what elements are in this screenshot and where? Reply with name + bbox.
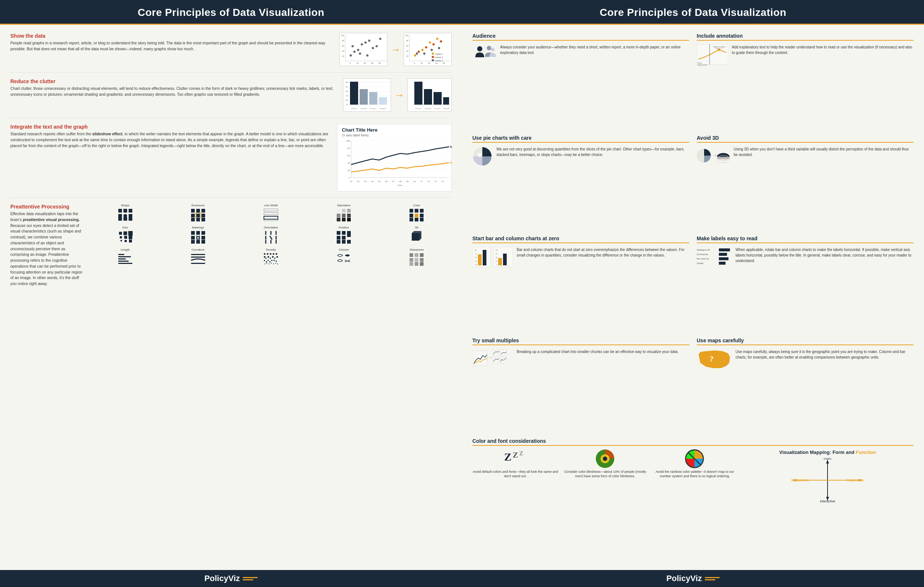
svg-rect-66: [350, 82, 358, 105]
svg-point-240: [491, 48, 495, 51]
svg-text:'02: '02: [356, 180, 359, 183]
svg-point-15: [351, 45, 354, 47]
svg-rect-165: [201, 231, 205, 235]
svg-text:70: 70: [475, 257, 477, 258]
svg-text:Implemented: Implemented: [698, 64, 708, 66]
left-footer-lines: [243, 577, 257, 580]
svg-rect-173: [201, 240, 205, 244]
svg-text:20: 20: [342, 55, 344, 57]
color-font-title: Color and font considerations: [472, 438, 914, 446]
svg-text:20: 20: [421, 62, 423, 64]
maps-title: Use maps carefully: [697, 338, 914, 345]
svg-line-178: [270, 236, 272, 239]
svg-rect-195: [118, 263, 132, 264]
color-font-visual-1: Z Z Z: [472, 450, 558, 468]
svg-point-18: [359, 53, 361, 55]
svg-point-46: [431, 49, 433, 51]
svg-text:'01: '01: [350, 180, 352, 183]
pie-body: We are not very good at discerning quant…: [497, 147, 689, 157]
svg-rect-184: [342, 231, 346, 235]
svg-text:Exploratory: Exploratory: [847, 478, 864, 482]
svg-text:→: →: [712, 152, 718, 158]
preattentive-length: Length: [90, 248, 160, 267]
integrate-body: Standard research reports often suffer f…: [10, 131, 331, 148]
svg-rect-285: [500, 357, 507, 363]
svg-text:Group A: Group A: [351, 107, 357, 109]
svg-rect-160: [120, 240, 122, 241]
show-data-title: Show the data: [10, 33, 333, 39]
svg-text:Chicago: Chicago: [697, 262, 704, 264]
svg-rect-155: [124, 231, 127, 235]
svg-rect-130: [196, 218, 200, 221]
svg-rect-273: [719, 248, 730, 251]
svg-rect-206: [273, 253, 274, 255]
svg-rect-236: [415, 262, 418, 266]
svg-point-44: [416, 53, 418, 55]
color-font-row: Z Z Z Avoid default colors and fonts—the…: [472, 450, 914, 502]
svg-text:'09: '09: [406, 180, 408, 183]
preattentive-position: Position: [309, 226, 379, 245]
svg-rect-166: [191, 236, 195, 239]
form-function-chart: Static Interactive Explanatory Explorato…: [790, 458, 865, 502]
bar-before: 40 35 30 25 20 15: [343, 78, 391, 112]
preattentive-color: Color: [382, 204, 452, 223]
svg-rect-147: [420, 209, 424, 213]
svg-point-22: [379, 38, 381, 40]
maps-section: Use maps carefully ? Use maps carefully,…: [697, 338, 914, 432]
audience-section: Audience Always consider you: [472, 33, 689, 130]
svg-rect-208: [264, 256, 266, 258]
svg-rect-230: [415, 253, 418, 257]
svg-point-48: [432, 53, 434, 55]
svg-rect-161: [125, 240, 127, 242]
svg-rect-225: [271, 263, 272, 264]
svg-point-36: [414, 54, 416, 56]
svg-text:New York City: New York City: [697, 258, 709, 260]
svg-rect-232: [409, 258, 413, 262]
svg-rect-279: [719, 262, 726, 265]
svg-point-50: [432, 56, 434, 58]
svg-rect-172: [196, 240, 200, 244]
preattentive-orientation: Orientation: [236, 226, 306, 245]
svg-point-14: [357, 49, 359, 51]
svg-rect-170: [201, 236, 205, 239]
svg-rect-158: [124, 236, 127, 239]
svg-rect-210: [267, 256, 269, 258]
svg-rect-77: [434, 92, 442, 105]
start-zero-body: Bar and column charts that do not start …: [517, 247, 689, 258]
integrate-section: Integrate the text and the graph Standar…: [10, 124, 452, 191]
svg-rect-262: [483, 250, 487, 265]
audience-body: Always consider your audience—whether th…: [500, 45, 689, 56]
right-grid: Audience Always consider you: [472, 33, 914, 564]
integrate-title: Integrate the text and the graph: [10, 124, 331, 130]
svg-rect-228: [277, 264, 278, 264]
svg-rect-136: [337, 209, 340, 213]
svg-rect-115: [129, 209, 132, 213]
preattentive-section: Preattentive Processing Effective data v…: [10, 204, 452, 287]
start-zero-section: Start bar and column charts at zero 80 7…: [472, 236, 689, 332]
svg-rect-142: [337, 218, 340, 221]
svg-rect-132: [264, 209, 278, 211]
svg-rect-114: [124, 209, 127, 213]
svg-text:100: 100: [341, 35, 344, 36]
svg-rect-75: [414, 82, 422, 105]
svg-rect-133: [264, 213, 278, 215]
right-header: Core Principles of Data Visualization: [462, 0, 924, 25]
left-panel: Core Principles of Data Visualization Sh…: [0, 0, 462, 587]
svg-point-17: [365, 41, 366, 44]
svg-text:80: 80: [342, 40, 344, 42]
svg-point-43: [440, 40, 442, 43]
avoid3d-title: Avoid 3D: [697, 135, 914, 143]
color-font-visual-2: [562, 450, 648, 468]
show-data-visual: 100 80 60 40 20 0 20 40 60 80: [339, 33, 452, 66]
svg-rect-226: [273, 264, 274, 264]
right-footer-lines: [705, 577, 719, 580]
labels-section: Make labels easy to read Washington, DC …: [697, 236, 914, 332]
avoid3d-icon: →: [697, 147, 730, 167]
avoid3d-body: Using 3D when you don't have a third var…: [734, 147, 914, 157]
reduce-clutter-title: Reduce the clutter: [10, 78, 337, 84]
svg-text:San Francisco: San Francisco: [697, 253, 708, 256]
arrow-right-1: →: [390, 44, 401, 56]
svg-rect-148: [409, 214, 413, 218]
svg-rect-253: [717, 157, 729, 159]
svg-text:Group C: Group C: [370, 107, 377, 109]
